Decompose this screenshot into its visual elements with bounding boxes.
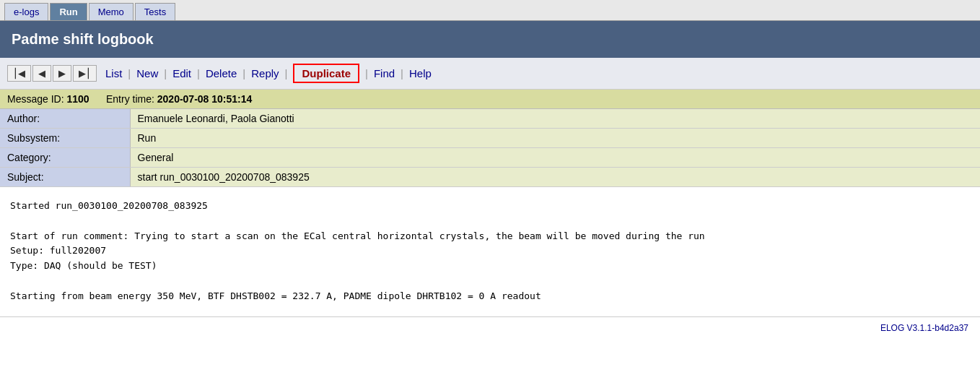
help-button[interactable]: Help (409, 67, 432, 79)
field-label-subject: Subject: (0, 168, 130, 187)
list-button[interactable]: List (105, 67, 122, 79)
table-row: Author: Emanuele Leonardi, Paola Gianott… (0, 109, 980, 129)
entry-time-label: Entry time: (106, 93, 154, 105)
field-label-subsystem: Subsystem: (0, 129, 130, 148)
nav-first-button[interactable]: ⎮◀ (7, 65, 31, 82)
sep-6: | (365, 67, 368, 79)
field-value-author: Emanuele Leonardi, Paola Gianotti (130, 109, 980, 129)
message-id-value: 1100 (66, 93, 89, 105)
elog-version: ELOG V3.1.1-b4d2a37 (880, 323, 968, 333)
meta-bar: Message ID: 1100 Entry time: 2020-07-08 … (0, 90, 980, 109)
message-id-label: Message ID: (7, 93, 64, 105)
field-value-subsystem: Run (130, 129, 980, 148)
find-button[interactable]: Find (374, 67, 395, 79)
tab-memo[interactable]: Memo (89, 3, 134, 20)
entry-time-value: 2020-07-08 10:51:14 (157, 93, 253, 105)
sep-1: | (128, 67, 131, 79)
nav-last-button[interactable]: ▶⎮ (73, 65, 97, 82)
field-table: Author: Emanuele Leonardi, Paola Gianott… (0, 109, 980, 187)
field-value-category: General (130, 148, 980, 168)
table-row: Subsystem: Run (0, 129, 980, 148)
edit-button[interactable]: Edit (172, 67, 191, 79)
tab-tests[interactable]: Tests (135, 3, 175, 20)
nav-buttons: ⎮◀ ◀ ▶ ▶⎮ (7, 65, 97, 82)
nav-prev-button[interactable]: ◀ (32, 65, 51, 82)
new-button[interactable]: New (136, 67, 158, 79)
page-title: Padme shift logbook (12, 31, 154, 47)
sep-5: | (285, 67, 288, 79)
sep-2: | (164, 67, 167, 79)
table-row: Category: General (0, 148, 980, 168)
sep-7: | (401, 67, 403, 79)
field-value-subject: start run_0030100_20200708_083925 (130, 168, 980, 187)
sep-3: | (197, 67, 200, 79)
toolbar: ⎮◀ ◀ ▶ ▶⎮ List | New | Edit | Delete | R… (0, 58, 980, 90)
message-body: Started run_0030100_20200708_083925 Star… (0, 187, 980, 317)
delete-button[interactable]: Delete (206, 67, 237, 79)
page-header: Padme shift logbook (0, 21, 980, 58)
reply-button[interactable]: Reply (251, 67, 279, 79)
duplicate-button[interactable]: Duplicate (293, 64, 359, 83)
footer: ELOG V3.1.1-b4d2a37 (0, 317, 980, 339)
sep-4: | (242, 67, 245, 79)
nav-next-button[interactable]: ▶ (53, 65, 71, 82)
field-label-category: Category: (0, 148, 130, 168)
tab-bar: e-logs Run Memo Tests (0, 0, 980, 21)
field-label-author: Author: (0, 109, 130, 129)
table-row: Subject: start run_0030100_20200708_0839… (0, 168, 980, 187)
tab-run[interactable]: Run (50, 3, 87, 20)
tab-elogs[interactable]: e-logs (4, 3, 48, 20)
